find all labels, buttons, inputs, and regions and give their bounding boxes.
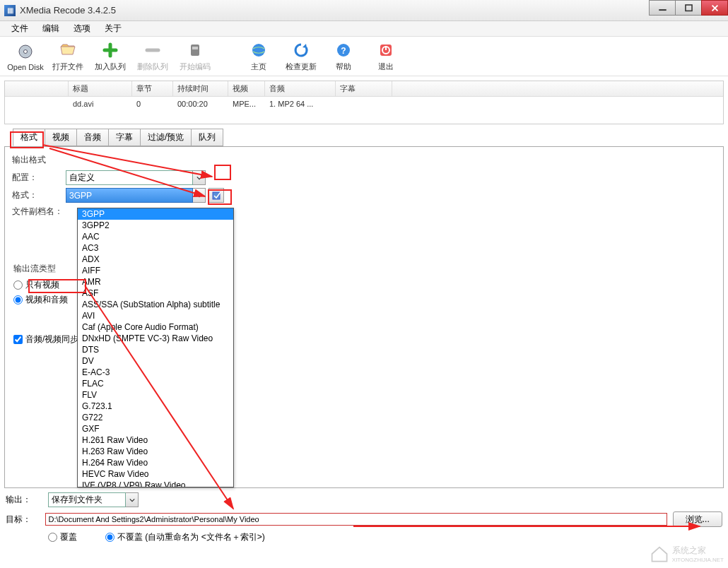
format-input[interactable]: [66, 188, 193, 203]
dropdown-item[interactable]: AMR: [78, 276, 233, 288]
radio-video-only[interactable]: 只有视频: [13, 279, 68, 291]
format-label: 格式：: [12, 189, 66, 201]
tab-video[interactable]: 视频: [45, 129, 77, 146]
sync-checkbox[interactable]: [13, 335, 23, 344]
dropdown-item[interactable]: H.263 Raw Video: [78, 446, 233, 457]
dropdown-item[interactable]: DTS: [78, 344, 233, 355]
chevron-down-icon[interactable]: [193, 170, 206, 185]
no-overwrite-radio[interactable]: 不覆盖 (自动重命名为 <文件名＋索引>): [105, 531, 265, 543]
toolbar-remove-queue: 删除队列: [131, 40, 174, 72]
row-audio: 1. MP2 64 ...: [265, 98, 336, 110]
chevron-down-icon[interactable]: [193, 188, 206, 203]
target-path-input[interactable]: [45, 513, 667, 526]
toolbar-open-file[interactable]: 打开文件: [47, 40, 89, 72]
tab-filter[interactable]: 过滤/预览: [140, 129, 192, 146]
dropdown-item[interactable]: 3GPP: [78, 208, 233, 220]
dropdown-item[interactable]: IVF (VP8 / VP9) Raw Video: [78, 480, 233, 487]
sync-check[interactable]: 音频/视频同步: [13, 333, 78, 345]
toolbar-help-label: 帮助: [322, 61, 365, 72]
svg-text:?: ?: [341, 46, 346, 56]
toolbar-check-update[interactable]: 检查更新: [280, 40, 322, 72]
col-subtitle[interactable]: 字幕: [336, 81, 392, 96]
menu-about[interactable]: 关于: [98, 21, 129, 36]
profile-combo[interactable]: [66, 170, 206, 185]
dropdown-item[interactable]: Caf (Apple Core Audio Format): [78, 321, 233, 333]
browse-button[interactable]: 浏览...: [673, 511, 722, 527]
format-extra-button[interactable]: [209, 188, 224, 203]
dropdown-item[interactable]: GXF: [78, 423, 233, 434]
window-title: XMedia Recode 3.4.2.5: [20, 5, 116, 16]
dropdown-item[interactable]: DNxHD (SMPTE VC-3) Raw Video: [78, 333, 233, 344]
watermark-url: XITONGZHIJIA.NET: [672, 557, 724, 563]
dropdown-item[interactable]: FLV: [78, 389, 233, 401]
row-subtitle: [336, 102, 392, 105]
app-icon: ▦: [4, 5, 16, 16]
dropdown-item[interactable]: ASS/SSA (SubStation Alpha) subtitle: [78, 299, 233, 310]
toolbar-exit[interactable]: 退出: [365, 40, 407, 72]
chevron-down-icon[interactable]: [126, 492, 139, 507]
minus-icon: [131, 40, 174, 60]
radio-video-only-input[interactable]: [13, 280, 23, 290]
dropdown-item[interactable]: G.723.1: [78, 401, 233, 412]
dropdown-item[interactable]: E-AC-3: [78, 367, 233, 378]
overwrite-radio[interactable]: 覆盖: [48, 531, 77, 543]
output-mode-input[interactable]: [48, 492, 126, 507]
tab-subtitle[interactable]: 字幕: [108, 129, 141, 146]
dropdown-item[interactable]: FLAC: [78, 378, 233, 389]
format-combo[interactable]: [66, 188, 206, 203]
row-duration: 00:00:20: [173, 98, 228, 110]
minimize-button[interactable]: [649, 0, 676, 16]
row-video: MPE...: [228, 98, 265, 110]
refresh-icon: [280, 40, 322, 60]
menu-file[interactable]: 文件: [4, 21, 35, 36]
dropdown-item[interactable]: ADX: [78, 254, 233, 265]
col-video[interactable]: 视频: [228, 81, 265, 96]
dropdown-item[interactable]: AC3: [78, 242, 233, 254]
menu-edit[interactable]: 编辑: [35, 21, 66, 36]
dropdown-item[interactable]: AVI: [78, 310, 233, 321]
tab-format[interactable]: 格式: [13, 129, 45, 146]
dropdown-item[interactable]: H.264 Raw Video: [78, 457, 233, 468]
file-list-row[interactable]: dd.avi 0 00:00:20 MPE... 1. MP2 64 ...: [5, 97, 723, 111]
dropdown-item[interactable]: AAC: [78, 231, 233, 242]
dropdown-item[interactable]: HEVC Raw Video: [78, 468, 233, 480]
tabs: 格式 视频 音频 字幕 过滤/预览 队列: [13, 129, 728, 146]
svg-point-8: [252, 44, 265, 57]
tab-audio[interactable]: 音频: [76, 129, 109, 146]
toolbar-home[interactable]: 主页: [237, 40, 280, 72]
radio-video-only-label: 只有视频: [25, 279, 59, 291]
tab-queue[interactable]: 队列: [191, 129, 223, 146]
dropdown-item[interactable]: AIFF: [78, 265, 233, 276]
no-overwrite-label: 不覆盖 (自动重命名为 <文件名＋索引>): [117, 531, 265, 543]
svg-rect-1: [685, 4, 691, 10]
toolbar-start-encode-label: 开始编码: [174, 61, 216, 72]
encode-icon: [174, 40, 216, 60]
toolbar-add-queue[interactable]: 加入队列: [89, 40, 131, 72]
toolbar-open-disk[interactable]: Open Disk: [4, 42, 47, 71]
svg-rect-7: [192, 47, 198, 49]
dropdown-item[interactable]: 3GPP2: [78, 220, 233, 231]
watermark-text: 系统之家: [672, 545, 724, 557]
dropdown-item[interactable]: DV: [78, 355, 233, 367]
col-title[interactable]: 标题: [69, 81, 132, 96]
col-duration[interactable]: 持续时间: [173, 81, 228, 96]
dropdown-item[interactable]: G722: [78, 412, 233, 423]
toolbar-check-update-label: 检查更新: [280, 61, 322, 72]
dropdown-item[interactable]: ASF: [78, 288, 233, 299]
dropdown-item[interactable]: H.261 Raw Video: [78, 434, 233, 446]
menu-options[interactable]: 选项: [66, 21, 98, 36]
radio-video-audio-input[interactable]: [13, 295, 23, 304]
col-blank[interactable]: [5, 81, 69, 96]
maximize-button[interactable]: [675, 0, 702, 16]
toolbar-help[interactable]: ? 帮助: [322, 40, 365, 72]
col-chapter[interactable]: 章节: [132, 81, 173, 96]
menubar: 文件 编辑 选项 关于: [0, 21, 728, 37]
profile-input[interactable]: [66, 170, 193, 185]
format-dropdown[interactable]: 3GPP3GPP2AACAC3ADXAIFFAMRASFASS/SSA (Sub…: [77, 208, 234, 487]
close-button[interactable]: [701, 0, 728, 16]
output-mode-combo[interactable]: [48, 492, 139, 507]
radio-video-audio[interactable]: 视频和音频: [13, 294, 68, 306]
svg-rect-6: [191, 45, 199, 56]
sync-label: 音频/视频同步: [25, 333, 78, 345]
col-audio[interactable]: 音频: [265, 81, 336, 96]
